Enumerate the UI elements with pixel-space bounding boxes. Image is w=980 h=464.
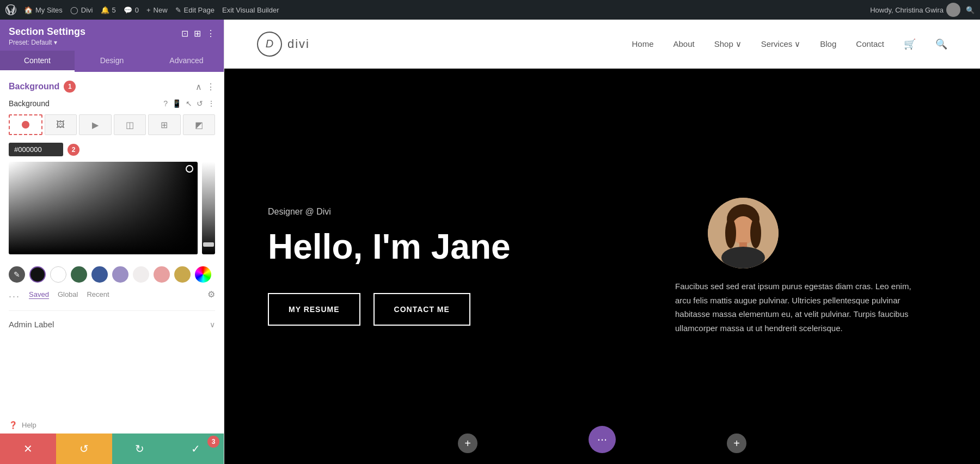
- bg-mobile-icon[interactable]: 📱: [172, 99, 181, 108]
- panel-bottom-bar: ✕ ↺ ↻ ✓ 3: [0, 434, 224, 464]
- hero-title: Hello, I'm Jane: [268, 228, 675, 266]
- color-gradient: [9, 162, 198, 254]
- color-swatches: ✎: [9, 266, 215, 283]
- admin-avatar: [946, 3, 960, 17]
- help-icon: ❓: [9, 421, 17, 429]
- nav-services[interactable]: Services ∨: [761, 39, 801, 49]
- swatch-black[interactable]: [29, 266, 46, 283]
- swatch-purple[interactable]: [112, 266, 128, 283]
- swatch-white[interactable]: [50, 266, 66, 283]
- panel-title: Section Settings: [9, 26, 85, 38]
- wp-logo[interactable]: [5, 4, 16, 15]
- panel-preset[interactable]: Preset: Default ▾: [9, 39, 85, 46]
- nav-contact[interactable]: Contact: [856, 39, 884, 48]
- hero-avatar: [708, 198, 779, 268]
- nav-search-icon[interactable]: 🔍: [935, 38, 947, 50]
- bg-label-row: Background ? 📱 ↖ ↺ ⋮: [9, 99, 215, 108]
- color-tabs: Saved Global Recent ⚙: [29, 289, 215, 300]
- color-slider-vertical[interactable]: [202, 162, 215, 254]
- site-nav-links: Home About Shop ∨ Services ∨ Blog Contac…: [632, 38, 947, 50]
- admin-bar-howdy[interactable]: Howdy, Christina Gwira: [870, 3, 960, 17]
- bg-type-color[interactable]: [9, 114, 42, 135]
- section-collapse-btn[interactable]: ∧: [195, 82, 202, 92]
- tab-design[interactable]: Design: [75, 51, 149, 72]
- color-picker-container: [9, 162, 215, 259]
- color-picker-main[interactable]: [9, 162, 198, 259]
- section-menu-btn[interactable]: ⋮: [206, 82, 215, 92]
- color-hex-row: 2: [9, 143, 215, 156]
- bg-type-image[interactable]: 🖼: [45, 114, 77, 135]
- color-tab-recent[interactable]: Recent: [87, 290, 109, 298]
- panel-collapse-icon[interactable]: ⊡: [181, 28, 188, 39]
- confirm-badge: 3: [207, 436, 219, 448]
- color-tab-global[interactable]: Global: [58, 290, 78, 298]
- bottom-confirm-btn[interactable]: ✓ 3: [168, 434, 224, 464]
- admin-bar-edit-page[interactable]: ✎ Edit Page: [175, 6, 215, 14]
- site-logo: D divi: [257, 32, 310, 57]
- swatch-light[interactable]: [133, 266, 149, 283]
- color-badge2: 2: [68, 144, 79, 156]
- bottom-redo-btn[interactable]: ↻: [112, 434, 168, 464]
- color-tab-saved[interactable]: Saved: [29, 290, 49, 299]
- hero-bio: Faucibus sed sed erat ipsum purus egesta…: [675, 279, 915, 335]
- admin-bar-mysites[interactable]: 🏠 My Sites: [24, 6, 63, 14]
- admin-bar-comments[interactable]: 🔔 5: [101, 6, 116, 14]
- admin-bar-exit-vb[interactable]: Exit Visual Builder: [222, 6, 279, 14]
- admin-bar-comments2[interactable]: 💬 0: [124, 6, 139, 14]
- swatch-pen[interactable]: ✎: [9, 266, 25, 283]
- tab-advanced[interactable]: Advanced: [149, 51, 224, 72]
- nav-cart-icon[interactable]: 🛒: [904, 38, 916, 50]
- panel-content: Background 1 ∧ ⋮ Background ? 📱 ↖ ↺ ⋮: [0, 72, 224, 417]
- add-row-btn-left[interactable]: +: [458, 434, 477, 453]
- admin-label-section: Admin Label ∨: [9, 310, 215, 329]
- bg-more-icon[interactable]: ⋮: [207, 99, 215, 108]
- floating-menu-btn[interactable]: ···: [589, 426, 616, 453]
- admin-bar-new[interactable]: + New: [146, 6, 168, 14]
- bottom-cancel-btn[interactable]: ✕: [0, 434, 56, 464]
- hero-section: Designer @ Divi Hello, I'm Jane MY RESUM…: [224, 69, 980, 464]
- panel-tabs: Content Design Advanced: [0, 51, 224, 72]
- hero-contact-btn[interactable]: CONTACT ME: [373, 293, 470, 326]
- nav-blog[interactable]: Blog: [820, 39, 836, 48]
- bg-type-buttons: 🖼 ▶ ◫ ⊞ ◩: [9, 114, 215, 135]
- bg-type-mask[interactable]: ◩: [183, 114, 216, 135]
- bg-reset-icon[interactable]: ↺: [197, 99, 203, 108]
- admin-bar-divi[interactable]: ◯ Divi: [70, 6, 93, 14]
- slider-handle[interactable]: [203, 242, 214, 247]
- bottom-undo-btn[interactable]: ↺: [56, 434, 112, 464]
- hero-buttons: MY RESUME CONTACT ME: [268, 293, 675, 326]
- swatch-gold[interactable]: [174, 266, 191, 283]
- nav-about[interactable]: About: [673, 39, 694, 48]
- bg-help-icon[interactable]: ?: [163, 99, 168, 108]
- nav-shop[interactable]: Shop ∨: [714, 39, 742, 49]
- bg-label-text: Background: [9, 99, 50, 108]
- admin-label-title: Admin Label: [9, 320, 54, 329]
- tab-content[interactable]: Content: [0, 51, 75, 72]
- color-picker-handle[interactable]: [186, 165, 193, 173]
- bg-type-video[interactable]: ▶: [79, 114, 112, 135]
- swatch-rainbow[interactable]: [195, 266, 211, 283]
- panel-menu-icon[interactable]: ⋮: [206, 28, 215, 39]
- add-row-btn-right[interactable]: +: [727, 434, 746, 453]
- panel-header: Section Settings Preset: Default ▾ ⊡ ⊞ ⋮: [0, 20, 224, 51]
- svg-point-3: [725, 218, 736, 248]
- swatch-green[interactable]: [71, 266, 87, 283]
- bg-type-gradient[interactable]: ◫: [114, 114, 146, 135]
- admin-label-header[interactable]: Admin Label ∨: [9, 320, 215, 329]
- bg-cursor-icon[interactable]: ↖: [186, 99, 192, 108]
- hero-resume-btn[interactable]: MY RESUME: [268, 293, 360, 326]
- swatch-blue[interactable]: [91, 266, 108, 283]
- swatch-pink[interactable]: [154, 266, 170, 283]
- nav-home[interactable]: Home: [632, 39, 653, 48]
- color-tab-settings-icon[interactable]: ⚙: [207, 289, 215, 300]
- main-layout: Section Settings Preset: Default ▾ ⊡ ⊞ ⋮…: [0, 20, 980, 464]
- panel-expand-icon[interactable]: ⊞: [194, 28, 201, 39]
- bg-type-pattern[interactable]: ⊞: [148, 114, 181, 135]
- hero-left: Designer @ Divi Hello, I'm Jane MY RESUM…: [268, 207, 675, 326]
- help-label: Help: [22, 421, 36, 429]
- color-picker-area[interactable]: [9, 162, 198, 254]
- color-hex-input[interactable]: [9, 143, 63, 156]
- panel-help[interactable]: ❓ Help: [0, 417, 224, 434]
- admin-search-icon[interactable]: 🔍: [966, 6, 975, 14]
- dots-icon[interactable]: ···: [9, 291, 20, 302]
